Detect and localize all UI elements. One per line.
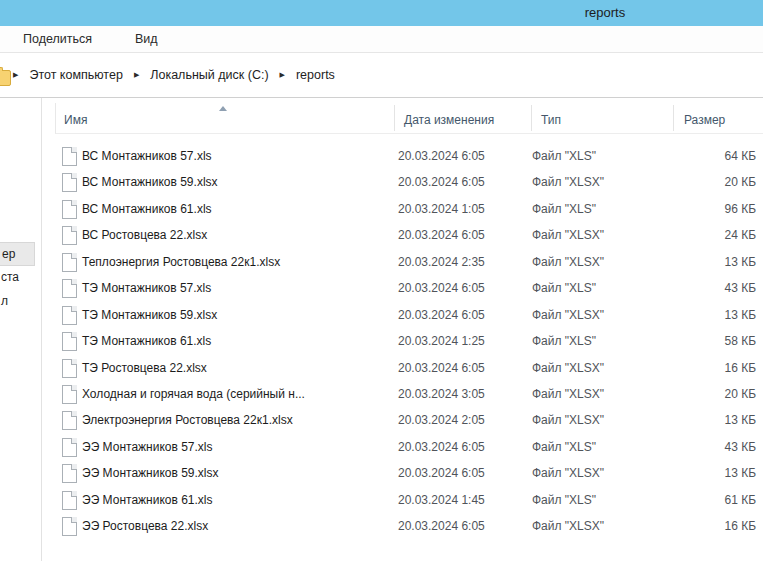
file-type: Файл "XLSX" <box>532 355 604 381</box>
file-row[interactable]: ЭЭ Ростовцева 22.xlsx 20.03.2024 6:05 Фа… <box>42 513 763 539</box>
file-date-modified: 20.03.2024 6:05 <box>398 434 485 460</box>
file-icon-fold <box>71 359 77 365</box>
file-name: ВС Монтажников 57.xls <box>82 143 212 169</box>
file-row[interactable]: ВС Монтажников 61.xls 20.03.2024 1:05 Фа… <box>42 196 763 222</box>
file-name: ТЭ Монтажников 61.xls <box>82 328 211 354</box>
file-date-modified: 20.03.2024 6:05 <box>398 275 485 301</box>
ribbon-tab-share[interactable]: Поделиться <box>23 26 92 52</box>
file-date-modified: 20.03.2024 2:35 <box>398 249 485 275</box>
file-size: 16 КБ <box>724 355 756 381</box>
sidebar-item-this-pc-label: ер <box>2 243 15 265</box>
file-size: 13 КБ <box>724 249 756 275</box>
file-type: Файл "XLS" <box>532 196 596 222</box>
file-name: Электроэнергия Ростовцева 22к1.xlsx <box>82 407 293 433</box>
column-header-type[interactable]: Тип <box>541 103 561 133</box>
file-date-modified: 20.03.2024 6:05 <box>398 302 485 328</box>
file-row[interactable]: ТЭ Монтажников 59.xlsx 20.03.2024 6:05 Ф… <box>42 302 763 328</box>
folder-icon[interactable] <box>0 70 11 86</box>
file-row[interactable]: ВС Монтажников 59.xlsx 20.03.2024 6:05 Ф… <box>42 169 763 195</box>
ribbon-tab-row: Поделиться Вид <box>0 26 763 52</box>
file-row[interactable]: ЭЭ Монтажников 59.xlsx 20.03.2024 6:05 Ф… <box>42 460 763 486</box>
file-row[interactable]: Электроэнергия Ростовцева 22к1.xlsx 20.0… <box>42 407 763 433</box>
file-icon <box>62 359 77 378</box>
file-type: Файл "XLS" <box>532 275 596 301</box>
file-date-modified: 20.03.2024 1:45 <box>398 487 485 513</box>
file-type: Файл "XLSX" <box>532 222 604 248</box>
sidebar-item-recent-places[interactable]: ста <box>1 270 19 284</box>
file-icon-fold <box>71 173 77 179</box>
file-name: ЭЭ Монтажников 57.xls <box>82 434 213 460</box>
file-icon-fold <box>71 306 77 312</box>
file-size: 24 КБ <box>724 222 756 248</box>
file-size: 13 КБ <box>724 460 756 486</box>
file-date-modified: 20.03.2024 1:25 <box>398 328 485 354</box>
file-icon <box>62 173 77 192</box>
file-icon-fold <box>71 200 77 206</box>
file-icon <box>62 438 77 457</box>
file-name: ТЭ Монтажников 57.xls <box>82 275 211 301</box>
sidebar-item-this-pc[interactable]: ер <box>0 242 35 266</box>
file-icon-fold <box>71 332 77 338</box>
file-row[interactable]: ТЭ Ростовцева 22.xlsx 20.03.2024 6:05 Фа… <box>42 355 763 381</box>
file-size: 96 КБ <box>724 196 756 222</box>
file-type: Файл "XLSX" <box>532 381 604 407</box>
file-name: Теплоэнергия Ростовцева 22к1.xlsx <box>82 249 280 275</box>
file-name: ЭЭ Монтажников 59.xlsx <box>82 460 219 486</box>
file-size: 13 КБ <box>724 407 756 433</box>
file-icon <box>62 385 77 404</box>
file-name: ЭЭ Ростовцева 22.xlsx <box>82 513 208 539</box>
column-header-row: Имя Дата изменения Тип Размер <box>55 103 763 134</box>
file-row[interactable]: Холодная и горячая вода (серийный н... 2… <box>42 381 763 407</box>
ribbon-tab-view[interactable]: Вид <box>135 26 158 52</box>
breadcrumb-this-pc[interactable]: Этот компьютер <box>29 62 122 88</box>
file-row[interactable]: ТЭ Монтажников 57.xls 20.03.2024 6:05 Фа… <box>42 275 763 301</box>
file-type: Файл "XLSX" <box>532 407 604 433</box>
title-bar: reports <box>0 0 763 26</box>
file-row[interactable]: ВС Монтажников 57.xls 20.03.2024 6:05 Фа… <box>42 143 763 169</box>
column-header-name[interactable]: Имя <box>64 103 87 133</box>
file-row[interactable]: ТЭ Монтажников 61.xls 20.03.2024 1:25 Фа… <box>42 328 763 354</box>
address-bar[interactable]: ▶ Этот компьютер ▶ Локальный диск (C:) ▶… <box>0 53 763 97</box>
breadcrumb: ▶ Этот компьютер ▶ Локальный диск (C:) ▶… <box>13 62 335 88</box>
file-size: 43 КБ <box>724 275 756 301</box>
file-date-modified: 20.03.2024 6:05 <box>398 460 485 486</box>
file-type: Файл "XLSX" <box>532 249 604 275</box>
file-type: Файл "XLS" <box>532 487 596 513</box>
file-icon-fold <box>71 517 77 523</box>
file-icon-fold <box>71 464 77 470</box>
file-name: ЭЭ Монтажников 61.xls <box>82 487 213 513</box>
navigation-pane: ста л ер <box>0 98 42 561</box>
window-title: reports <box>545 0 665 26</box>
chevron-right-icon[interactable]: ▶ <box>280 62 285 88</box>
file-row[interactable]: ЭЭ Монтажников 57.xls 20.03.2024 6:05 Фа… <box>42 434 763 460</box>
file-size: 16 КБ <box>724 513 756 539</box>
file-date-modified: 20.03.2024 1:05 <box>398 196 485 222</box>
file-row[interactable]: ЭЭ Монтажников 61.xls 20.03.2024 1:45 Фа… <box>42 487 763 513</box>
column-header-size[interactable]: Размер <box>684 103 725 133</box>
file-rows: ВС Монтажников 57.xls 20.03.2024 6:05 Фа… <box>42 143 763 540</box>
column-resize-handle[interactable] <box>673 105 674 131</box>
file-icon-fold <box>71 438 77 444</box>
file-name: ВС Монтажников 59.xlsx <box>82 169 218 195</box>
column-resize-handle[interactable] <box>531 105 532 131</box>
breadcrumb-reports[interactable]: reports <box>296 62 335 88</box>
sidebar-item-desktop[interactable]: л <box>1 294 8 308</box>
file-icon <box>62 200 77 219</box>
file-icon <box>62 279 77 298</box>
file-row[interactable]: Теплоэнергия Ростовцева 22к1.xlsx 20.03.… <box>42 249 763 275</box>
file-date-modified: 20.03.2024 6:05 <box>398 222 485 248</box>
file-icon-fold <box>71 491 77 497</box>
file-date-modified: 20.03.2024 6:05 <box>398 513 485 539</box>
chevron-right-icon[interactable]: ▶ <box>134 62 139 88</box>
chevron-right-icon[interactable]: ▶ <box>13 62 18 88</box>
file-row[interactable]: ВС Ростовцева 22.xlsx 20.03.2024 6:05 Фа… <box>42 222 763 248</box>
file-size: 20 КБ <box>724 169 756 195</box>
file-size: 64 КБ <box>724 143 756 169</box>
file-icon <box>62 226 77 245</box>
breadcrumb-local-disk-c[interactable]: Локальный диск (C:) <box>150 62 268 88</box>
file-name: ВС Ростовцева 22.xlsx <box>82 222 207 248</box>
file-name: Холодная и горячая вода (серийный н... <box>82 381 305 407</box>
column-resize-handle[interactable] <box>394 105 395 131</box>
column-header-date-modified[interactable]: Дата изменения <box>404 103 494 133</box>
explorer-window: reports Поделиться Вид ▶ Этот компьютер … <box>0 0 763 561</box>
